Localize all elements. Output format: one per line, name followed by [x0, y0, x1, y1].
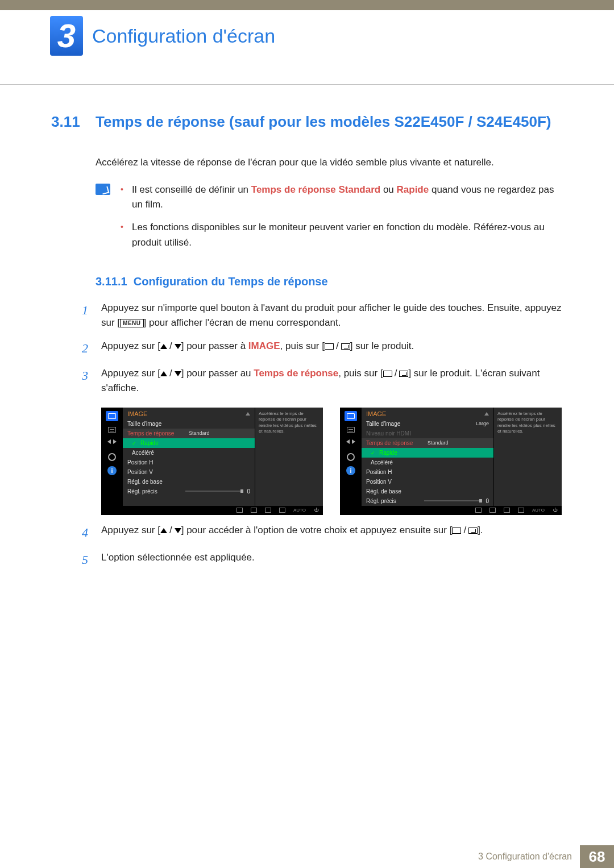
gear-icon: [106, 452, 118, 462]
section-heading: 3.11 Temps de réponse (sauf pour les mod…: [51, 113, 563, 131]
subsection-heading: 3.11.1 Configuration du Temps de réponse: [96, 275, 563, 288]
list-icon: [106, 425, 118, 435]
up-down-icon: /: [160, 339, 181, 354]
step-text: L'option sélectionnée est appliquée.: [101, 550, 255, 570]
monitor-icon: [345, 411, 357, 421]
step-number: 4: [82, 523, 93, 542]
step-text: Appuyez sur n'importe quel bouton à l'av…: [101, 301, 563, 331]
note-item: Les fonctions disponibles sur le moniteu…: [121, 220, 563, 250]
select-enter-icon: /: [325, 339, 350, 354]
up-arrow-icon: [484, 412, 489, 416]
arrows-icon: [106, 438, 118, 448]
osd-panel-left: i IMAGE Taille d'image Temps de réponseS…: [101, 408, 323, 515]
up-down-icon: /: [160, 366, 181, 381]
power-icon: ⏻: [553, 508, 557, 513]
osd-help-text: Accélérez le temps de réponse de l'écran…: [255, 408, 323, 506]
nav-icon: [237, 508, 243, 513]
nav-icon: [279, 508, 285, 513]
up-arrow-icon: [246, 412, 250, 416]
nav-icon: [489, 508, 496, 513]
nav-icon: [265, 508, 271, 513]
gear-icon: [345, 452, 357, 462]
chapter-number-badge: 3: [50, 16, 83, 56]
nav-icon: [504, 508, 510, 513]
footer-chapter: 3 Configuration d'écran: [478, 852, 580, 862]
info-icon: i: [345, 466, 357, 476]
step-number: 1: [82, 301, 93, 331]
nav-icon: [518, 508, 524, 513]
page-number: 68: [580, 845, 614, 868]
step-text: Appuyez sur [/] pour passer au Temps de …: [101, 366, 563, 396]
arrows-icon: [345, 438, 357, 448]
monitor-icon: [106, 411, 118, 421]
osd-screenshots: i IMAGE Taille d'image Temps de réponseS…: [101, 408, 563, 515]
step-text: Appuyez sur [/] pour passer à IMAGE, pui…: [101, 339, 414, 358]
section-title: Temps de réponse (sauf pour les modèles …: [96, 113, 551, 131]
osd-panel-right: i IMAGE Taille d'imageLarge Niveau noir …: [340, 408, 562, 515]
step-number: 5: [82, 550, 93, 570]
top-bar: [0, 0, 614, 10]
section-intro: Accélérez la vitesse de réponse de l'écr…: [96, 156, 563, 170]
note-item: Il est conseillé de définir un Temps de …: [121, 182, 563, 213]
list-icon: [345, 425, 357, 435]
up-down-icon: /: [160, 523, 181, 538]
select-enter-icon: /: [452, 523, 478, 538]
select-enter-icon: /: [383, 366, 409, 381]
step-number: 3: [82, 366, 93, 396]
step-number: 2: [82, 339, 93, 358]
nav-icon: [251, 508, 257, 513]
menu-key-icon: MENU: [120, 319, 143, 327]
section-number: 3.11: [51, 113, 85, 131]
nav-icon: [475, 508, 482, 513]
note-block: Il est conseillé de définir un Temps de …: [96, 182, 563, 258]
info-icon: i: [106, 466, 118, 476]
step-text: Appuyez sur [/] pour accéder à l'option …: [101, 523, 483, 542]
power-icon: ⏻: [314, 508, 318, 513]
chapter-title: Configuration d'écran: [92, 16, 275, 47]
chapter-header: 3 Configuration d'écran: [0, 10, 614, 85]
footer: 3 Configuration d'écran 68: [478, 845, 614, 868]
note-icon: [96, 184, 110, 195]
osd-help-text: Accélérez le temps de réponse de l'écran…: [493, 408, 562, 506]
